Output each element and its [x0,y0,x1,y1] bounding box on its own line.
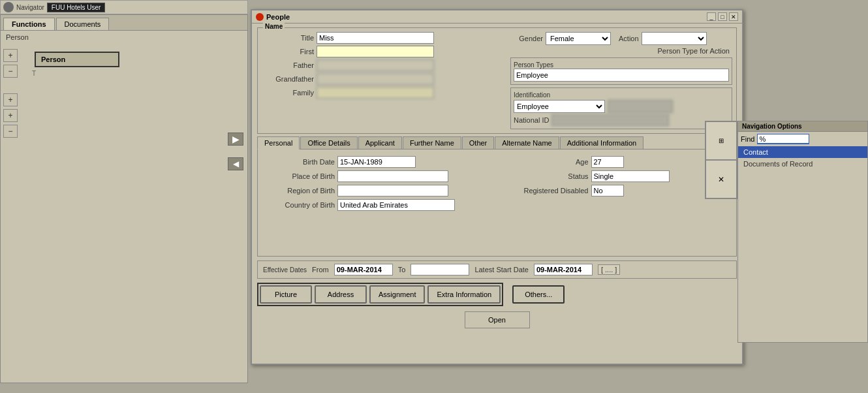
tab-additional-information[interactable]: Additional Information [560,136,643,149]
open-btn-area: Open [252,311,742,328]
place-of-birth-input[interactable] [337,170,448,182]
sidebar-tabs: Functions Documents [1,15,247,31]
arrow-left-btn[interactable]: ◀ [228,157,243,170]
title-label: Title [262,34,314,42]
navigator-label: Navigator [16,4,44,11]
main-tabs: Personal Office Details Applicant Furthe… [257,136,737,149]
add-btn-3[interactable]: + [3,109,18,122]
grandfather-row: Grandfather [262,73,503,85]
id-row: Employee [514,100,729,113]
region-of-birth-row: Region of Birth [263,185,491,196]
status-input[interactable] [591,170,670,182]
tab-further-name[interactable]: Further Name [403,136,461,149]
open-button[interactable]: Open [465,311,530,328]
latest-start-date-label: Latest Start Date [474,266,529,274]
national-id-label: National ID [514,116,549,124]
dialog-close-btn[interactable]: ✕ [729,12,738,21]
arrow-right-btn[interactable]: ▶ [228,133,243,146]
nav-mini-close-btn[interactable]: ✕ [705,160,737,198]
people-dialog: People _ □ ✕ Name Title First Father [251,9,743,365]
father-row: Father [262,59,503,71]
remove-btn-2[interactable]: − [3,125,18,138]
dialog-max-btn[interactable]: □ [718,12,727,21]
dialog-title-text: People [266,13,290,21]
tab-personal[interactable]: Personal [257,136,300,149]
age-input[interactable] [591,156,624,168]
grandfather-input[interactable] [317,73,434,85]
others-button[interactable]: Others... [512,285,565,304]
user-label: FUU Hotels User [47,3,106,12]
find-row: Find [738,132,867,146]
country-of-birth-input[interactable] [337,199,455,211]
dialog-min-btn[interactable]: _ [707,12,716,21]
person-types-box: Person Types [510,57,732,85]
nav-mini-expand-btn[interactable]: ⊞ [705,121,737,160]
tab-documents[interactable]: Documents [56,18,110,30]
id-value-input[interactable] [608,100,673,113]
effective-dates-legend: Effective Dates [263,266,307,274]
bottom-buttons: Picture Address Assignment Extra Informa… [257,283,737,306]
add-btn-2[interactable]: + [3,93,18,106]
family-input[interactable] [317,87,434,99]
nav-item-contact[interactable]: Contact [738,146,867,158]
nav-mini-panel: ⊞ ✕ [705,121,737,199]
dialog-title-area: People [256,13,290,21]
nav-item-documents-of-record[interactable]: Documents of Record [738,158,867,170]
first-input[interactable] [317,46,434,57]
picture-button[interactable]: Picture [260,285,312,304]
bracket-btn[interactable]: [ .... ] [598,264,620,275]
person-type-action-label: Person Type for Action [510,47,732,55]
father-label: Father [262,61,314,69]
find-input[interactable] [757,134,809,144]
nav-options-title: Navigation Options [738,121,867,132]
person-item[interactable]: Person [35,52,119,67]
personal-left: Birth Date Place of Birth Region of Birt… [263,156,491,211]
birth-date-label: Birth Date [263,158,335,166]
region-of-birth-label: Region of Birth [263,187,335,195]
father-input[interactable] [317,59,434,71]
effective-dates-section: Effective Dates From To Latest Start Dat… [257,260,737,279]
dialog-controls: _ □ ✕ [707,12,738,21]
others-btn-group: Others... [512,285,565,304]
tab-office-details[interactable]: Office Details [300,136,357,149]
name-legend: Name [263,23,285,30]
title-input[interactable] [317,32,434,44]
country-of-birth-row: Country of Birth [263,199,491,211]
extra-information-button[interactable]: Extra Information [427,285,501,304]
region-of-birth-input[interactable] [337,185,448,196]
latest-start-date-input[interactable] [534,264,593,275]
person-type-input[interactable] [514,69,729,82]
grandfather-label: Grandfather [262,75,314,83]
id-type-select[interactable]: Employee [514,100,605,113]
action-label: Action [619,35,639,42]
main-action-buttons: Picture Address Assignment Extra Informa… [257,283,503,306]
remove-btn-1[interactable]: − [3,65,18,78]
address-button[interactable]: Address [315,285,367,304]
tab-other[interactable]: Other [462,136,495,149]
assignment-button[interactable]: Assignment [369,285,425,304]
registered-disabled-input[interactable] [591,185,624,196]
action-select[interactable] [642,32,707,45]
to-date-input[interactable] [411,264,469,275]
registered-disabled-label: Registered Disabled [504,187,589,195]
family-label: Family [262,89,314,97]
age-label: Age [504,158,589,166]
family-row: Family [262,87,503,99]
national-id-input[interactable] [551,114,669,126]
add-btn-1[interactable]: + [3,49,18,62]
identification-box: Identification Employee National ID [510,87,732,129]
from-date-input[interactable] [334,264,393,275]
tab-alternate-name[interactable]: Alternate Name [495,136,559,149]
status-label: Status [504,172,589,180]
tab-functions[interactable]: Functions [3,18,55,30]
gender-select[interactable]: Female Male [546,32,611,45]
gender-row: Gender Female Male Action [510,32,732,45]
tab-content-personal: Birth Date Place of Birth Region of Birt… [257,149,737,257]
place-of-birth-row: Place of Birth [263,170,491,182]
nav-icon [3,2,14,12]
person-type-indicator: T [29,70,242,77]
status-row: Status [504,170,732,182]
tab-applicant[interactable]: Applicant [358,136,402,149]
nav-options-panel: Navigation Options Find Contact Document… [737,121,868,343]
birth-date-input[interactable] [337,156,416,168]
